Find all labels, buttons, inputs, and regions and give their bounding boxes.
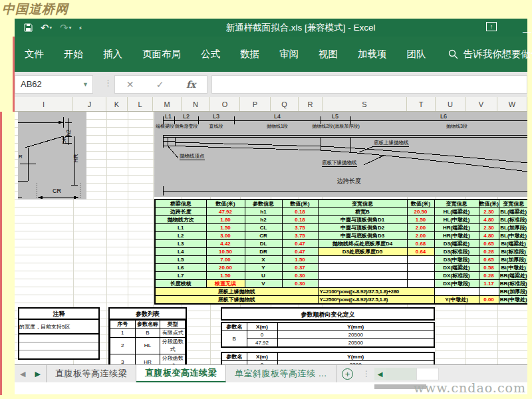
table-cell[interactable]: BL(加厚段) — [499, 224, 527, 232]
param-def-header[interactable]: 参数名 — [221, 352, 247, 361]
table-cell[interactable]: DR — [245, 248, 282, 256]
table-cell[interactable]: L1 — [155, 224, 206, 232]
formula-input[interactable] — [211, 75, 527, 94]
table-cell[interactable] — [318, 272, 407, 280]
table-cell[interactable]: 中腹与顶板倒角D1 — [318, 216, 407, 224]
table-cell[interactable]: 0.47 — [282, 248, 318, 256]
table-cell[interactable]: BL(标准段) — [499, 216, 527, 224]
sheet-tab-3[interactable]: 单室斜腹板等高连续 … — [226, 365, 336, 382]
column-header-Q[interactable]: Q — [271, 97, 299, 111]
column-header-P[interactable]: P — [240, 97, 271, 111]
table-cell[interactable]: BR(中墩处) — [499, 296, 527, 305]
table-cell[interactable]: 0.18 — [282, 208, 318, 216]
table-cell[interactable]: Y(中墩处) — [434, 296, 479, 305]
table-cell[interactable]: 0.58 — [479, 264, 499, 272]
table-cell[interactable] — [434, 288, 479, 296]
table-cell[interactable]: 0.18 — [282, 216, 318, 224]
column-header-M[interactable]: M — [153, 97, 182, 111]
table-cell[interactable]: 抛物线终点处底板厚度D4 — [318, 240, 407, 248]
table-cell[interactable]: 10.50 — [206, 248, 245, 256]
table-cell[interactable]: 0.30 — [282, 272, 318, 280]
table-cell[interactable]: HR(端梁处) — [434, 224, 479, 232]
table-cell[interactable]: L3 — [155, 240, 206, 248]
ribbon-tab-9[interactable]: 加载项 — [348, 37, 397, 72]
table-cell[interactable]: 桥宽B — [318, 208, 407, 216]
sheet-nav-left-icon[interactable]: ◀ — [20, 370, 25, 378]
param-def-header[interactable]: Y(mm) — [277, 323, 434, 331]
param-list-cell[interactable]: HL — [135, 338, 160, 354]
hscroll-track[interactable] — [386, 368, 416, 380]
param-list-header[interactable]: 序号 — [110, 321, 136, 329]
table-header-cell[interactable]: 数值(米) — [407, 200, 434, 208]
ribbon-tab-6[interactable]: 数据 — [230, 37, 269, 72]
table-cell[interactable] — [407, 264, 434, 272]
undo-button[interactable]: ↶▾ — [41, 23, 52, 33]
table-cell[interactable]: L5 — [155, 256, 206, 264]
column-header-R[interactable]: R — [299, 97, 323, 111]
table-cell[interactable]: 3.75 — [282, 232, 318, 240]
param-list-header[interactable]: 参数名称 — [135, 321, 160, 329]
column-header-U[interactable]: U — [436, 97, 466, 111]
table-cell[interactable] — [318, 280, 407, 288]
hscroll-left-icon[interactable]: ◀ — [374, 368, 386, 380]
ribbon-display-options-icon[interactable]: ↑ — [486, 22, 497, 31]
table-cell[interactable]: D3(中墩段) — [434, 256, 479, 264]
ribbon-tab-1[interactable]: 文件 — [15, 37, 54, 72]
table-cell[interactable]: U — [245, 272, 282, 280]
table-cell[interactable]: 中腹与顶板倒角D2 — [318, 224, 407, 232]
enter-icon[interactable]: ✓ — [156, 79, 164, 90]
column-header-N[interactable]: N — [182, 97, 210, 111]
table-cell[interactable]: Bi(中墩处) — [499, 264, 527, 272]
param-list-cell[interactable]: B — [135, 329, 160, 338]
table-cell[interactable] — [318, 256, 407, 264]
table-cell[interactable]: BL(中墩处) — [499, 232, 527, 240]
minimize-icon[interactable]: — — [523, 27, 531, 37]
table-cell[interactable]: 0.28 — [479, 272, 499, 280]
table-cell[interactable]: X — [245, 256, 282, 264]
ribbon-tab-3[interactable]: 插入 — [93, 37, 132, 72]
table-cell[interactable]: 0.65 — [479, 240, 499, 248]
param-list-cell[interactable]: 2 — [110, 338, 136, 354]
table-header-cell[interactable]: 数值(米) — [479, 200, 499, 208]
table-cell[interactable]: 20.00 — [206, 264, 245, 272]
column-header-L[interactable]: L — [128, 97, 153, 111]
table-header-cell[interactable]: 参数信息 — [245, 200, 282, 208]
column-header-K[interactable]: K — [106, 97, 128, 111]
table-cell[interactable]: D3(端梁处) — [434, 240, 479, 248]
table-cell[interactable] — [407, 256, 434, 264]
param-def-cell[interactable]: 0 — [247, 331, 277, 339]
table-cell[interactable]: 2.00 — [407, 232, 434, 240]
param-list-cell[interactable]: 分段函数式 — [160, 354, 186, 365]
table-cell[interactable]: 1.50 — [206, 224, 245, 232]
table-cell[interactable]: 0.28 — [479, 248, 499, 256]
ribbon-tab-10[interactable]: 团队 — [397, 37, 436, 72]
table-cell[interactable]: V — [245, 280, 282, 288]
table-cell[interactable]: D3(标准段) — [434, 248, 479, 256]
param-list-cell[interactable]: 有限点式 — [160, 329, 186, 338]
table-cell[interactable]: DX(标准段) — [434, 272, 479, 280]
table-cell[interactable]: Bi(加厚段) — [499, 256, 527, 264]
param-def-header[interactable]: X(m) — [247, 323, 277, 331]
table-cell[interactable]: 1.50 — [407, 216, 434, 224]
table-cell[interactable] — [407, 272, 434, 280]
table-cell[interactable] — [479, 288, 499, 296]
table-cell[interactable]: 47.92 — [206, 208, 245, 216]
table-cell[interactable]: 20.50 — [407, 208, 434, 216]
table-cell[interactable]: 0.00 — [479, 296, 499, 305]
save-icon[interactable] — [24, 23, 33, 32]
table-cell[interactable]: D3处底板厚度D5 — [318, 248, 407, 256]
table-cell[interactable]: h2 — [245, 216, 282, 224]
param-def-header[interactable]: X(m) — [247, 352, 277, 361]
param-def-name-cell[interactable]: B — [221, 331, 247, 348]
column-header-O[interactable]: O — [210, 97, 240, 111]
table-cell[interactable]: 0.68 — [407, 240, 434, 248]
table-cell[interactable]: BR(标准段) — [499, 280, 527, 288]
table-cell[interactable]: CR — [245, 232, 282, 240]
table-cell[interactable]: BL(端梁处) — [499, 208, 527, 216]
table-cell[interactable]: Y=2500*pow((x-8.92)/37.5,1.8) — [318, 296, 434, 305]
table-cell[interactable]: 4.42 — [206, 240, 245, 248]
column-header-T[interactable]: T — [407, 97, 436, 111]
column-header-J[interactable]: J — [73, 97, 106, 111]
param-list-cell[interactable]: 3 — [110, 354, 136, 365]
ribbon-tab-2[interactable]: 开始 — [54, 37, 93, 72]
